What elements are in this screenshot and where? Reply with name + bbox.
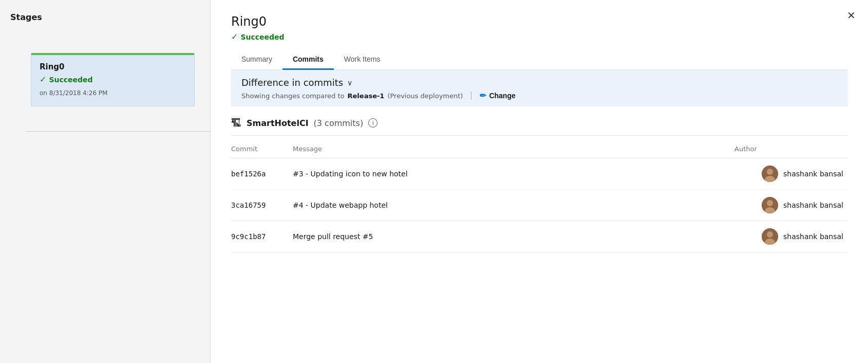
commit-message: Merge pull request #5	[293, 221, 734, 252]
commits-table: Commit Message Author bef1526a #3 - Upda…	[231, 142, 847, 252]
stage-status: ✓ Succeeded	[40, 75, 186, 84]
table-row: 9c9c1b87 Merge pull request #5 shashank …	[231, 221, 847, 252]
horizontal-connector	[26, 131, 210, 132]
left-panel: Stages Ring0 ✓ Succeeded on 8/31/2018 4:…	[0, 0, 211, 363]
author-name: shashank bansal	[783, 170, 843, 178]
diff-title: Difference in commits	[241, 77, 343, 88]
stages-title: Stages	[10, 12, 200, 22]
tab-commits[interactable]: Commits	[282, 50, 334, 70]
col-header-author: Author	[734, 142, 847, 158]
col-header-commit: Commit	[231, 142, 293, 158]
close-button[interactable]: ✕	[847, 9, 856, 22]
diff-title-row: Difference in commits ∨	[241, 77, 837, 88]
panel-title: Ring0	[231, 14, 847, 29]
commit-hash: 3ca16759	[231, 190, 293, 221]
stage-card-ring0[interactable]: Ring0 ✓ Succeeded on 8/31/2018 4:26 PM	[31, 53, 195, 106]
avatar	[762, 228, 778, 245]
vertical-divider	[471, 92, 471, 100]
pencil-icon: ✏	[480, 91, 486, 100]
check-icon: ✓	[40, 75, 46, 84]
table-row: bef1526a #3 - Updating icon to new hotel…	[231, 158, 847, 190]
table-row: 3ca16759 #4 - Update webapp hotel shasha…	[231, 190, 847, 221]
panel-status: ✓ Succeeded	[231, 32, 847, 42]
avatar	[762, 166, 778, 182]
diff-subtitle: Showing changes compared to Release-1 (P…	[241, 91, 837, 100]
chevron-down-icon: ∨	[347, 79, 352, 87]
author-name: shashank bansal	[783, 232, 843, 241]
col-header-message: Message	[293, 142, 734, 158]
author-name: shashank bansal	[783, 201, 843, 209]
repo-name: SmartHotelCI	[247, 118, 309, 128]
svg-point-7	[767, 231, 773, 238]
diff-banner: Difference in commits ∨ Showing changes …	[231, 70, 847, 106]
release-name: Release-1	[348, 92, 385, 100]
svg-point-4	[767, 200, 773, 206]
commit-message: #3 - Updating icon to new hotel	[293, 158, 734, 190]
repo-icon: 🏗	[231, 117, 241, 129]
tab-workitems[interactable]: Work Items	[334, 50, 391, 70]
commit-message: #4 - Update webapp hotel	[293, 190, 734, 221]
commit-hash: 9c9c1b87	[231, 221, 293, 252]
right-panel: ✕ Ring0 ✓ Succeeded Summary Commits Work…	[211, 0, 868, 363]
commit-author-cell: shashank bansal	[734, 190, 847, 221]
avatar	[762, 197, 778, 213]
status-check-icon: ✓	[231, 32, 238, 42]
stage-card-title: Ring0	[40, 62, 186, 71]
tabs-container: Summary Commits Work Items	[231, 50, 847, 70]
svg-point-1	[767, 169, 773, 175]
tab-summary[interactable]: Summary	[231, 50, 282, 70]
commit-author-cell: shashank bansal	[734, 221, 847, 252]
commit-author-cell: shashank bansal	[734, 158, 847, 190]
commit-hash: bef1526a	[231, 158, 293, 190]
change-button[interactable]: ✏ Change	[480, 91, 515, 100]
info-icon[interactable]: i	[368, 118, 378, 128]
repo-header: 🏗 SmartHotelCI (3 commits) i	[231, 117, 847, 136]
repo-commits-count: (3 commits)	[314, 118, 364, 128]
stage-date: on 8/31/2018 4:26 PM	[40, 89, 186, 97]
